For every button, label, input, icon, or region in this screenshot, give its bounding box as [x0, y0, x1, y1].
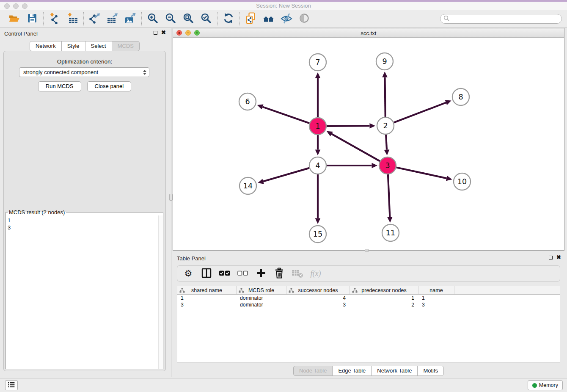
edge-1-4[interactable]: [315, 135, 321, 155]
cell-successor-nodes[interactable]: 4: [286, 295, 350, 301]
clone-network-icon: [245, 12, 257, 25]
tab-style[interactable]: Style: [61, 41, 85, 51]
svg-text:14: 14: [243, 182, 253, 190]
show-graphics-details-button[interactable]: [297, 12, 311, 26]
column-header-MCDS-role[interactable]: MCDS role: [237, 286, 286, 294]
delete-columns-button[interactable]: [273, 268, 285, 279]
column-header-successor-nodes[interactable]: successor nodes: [286, 286, 350, 294]
export-table-button[interactable]: [105, 12, 120, 26]
edge-4-15[interactable]: [315, 174, 321, 224]
open-file-button[interactable]: [7, 12, 22, 26]
graph-node-11[interactable]: 11: [382, 224, 399, 241]
import-table-button[interactable]: [65, 12, 80, 26]
table-settings-button[interactable]: ⚙: [182, 268, 194, 279]
column-header-filler: [454, 286, 560, 294]
graph-node-7[interactable]: 7: [309, 54, 326, 71]
hide-graphics-details-button[interactable]: [279, 12, 294, 26]
vertical-splitter[interactable]: [169, 28, 173, 377]
zoom-out-button[interactable]: [163, 12, 178, 26]
column-header-predecessor-nodes[interactable]: predecessor nodes: [350, 286, 418, 294]
close-panel-button[interactable]: Close panel: [87, 81, 132, 91]
network-graph[interactable]: 7968124314101511: [173, 38, 564, 250]
zoom-selected-button[interactable]: [199, 12, 213, 26]
edge-3-11[interactable]: [387, 174, 393, 223]
graph-node-2[interactable]: 2: [377, 117, 394, 134]
column-header-shared-name[interactable]: shared name: [177, 286, 237, 294]
search-input[interactable]: [450, 15, 561, 23]
search-box[interactable]: [440, 14, 562, 24]
cell-MCDS-role[interactable]: dominator: [237, 295, 286, 301]
float-table-panel-icon[interactable]: [549, 256, 553, 259]
graph-node-14[interactable]: 14: [239, 177, 256, 194]
result-scrollbar[interactable]: [158, 215, 163, 369]
splitter-grip[interactable]: [169, 194, 173, 201]
edge-1-6[interactable]: [257, 104, 310, 123]
run-mcds-button[interactable]: Run MCDS: [38, 81, 81, 91]
export-image-button[interactable]: [123, 12, 138, 26]
horizontal-splitter-grip[interactable]: [365, 249, 369, 252]
export-network-button[interactable]: [88, 12, 102, 26]
cell-predecessor-nodes[interactable]: 2: [350, 301, 418, 308]
graph-node-9[interactable]: 9: [376, 53, 393, 70]
tab-network[interactable]: Network: [30, 41, 62, 51]
graph-node-3[interactable]: 3: [379, 157, 396, 174]
add-column-button[interactable]: [255, 268, 267, 279]
tab-select[interactable]: Select: [85, 41, 112, 51]
close-table-panel-icon[interactable]: ✖: [556, 255, 561, 259]
table-row[interactable]: 1dominator411: [177, 295, 560, 301]
zoom-in-button[interactable]: [146, 12, 160, 26]
home-pair-button[interactable]: [261, 12, 276, 26]
edge-1-7[interactable]: [315, 72, 321, 117]
edge-2-8[interactable]: [394, 100, 451, 123]
edge-3-10[interactable]: [396, 167, 452, 181]
graph-node-15[interactable]: 15: [309, 226, 326, 243]
memory-button[interactable]: Memory: [528, 380, 563, 390]
cell-shared-name[interactable]: 3: [177, 301, 237, 308]
close-panel-icon[interactable]: ✖: [161, 30, 166, 35]
save-session-button[interactable]: [25, 12, 39, 26]
memory-label: Memory: [539, 382, 558, 388]
tab-motifs[interactable]: Motifs: [417, 366, 444, 376]
cell-name[interactable]: 1: [418, 295, 454, 301]
criterion-dropdown[interactable]: strongly connected component: [19, 67, 149, 77]
tab-edge-table[interactable]: Edge Table: [332, 366, 372, 376]
svg-text:2: 2: [383, 121, 388, 130]
cell-name[interactable]: 3: [418, 301, 454, 308]
table-header-row: shared nameMCDS rolesuccessor nodesprede…: [177, 286, 560, 295]
graph-node-10[interactable]: 10: [454, 173, 471, 190]
deselect-all-rows-button[interactable]: [237, 268, 249, 279]
cell-MCDS-role[interactable]: dominator: [237, 301, 286, 308]
graph-node-6[interactable]: 6: [239, 93, 256, 110]
toggle-columns-button[interactable]: [201, 268, 212, 279]
hide-graphics-details-icon: [281, 12, 292, 25]
cell-predecessor-nodes[interactable]: 1: [350, 295, 418, 301]
import-network-button[interactable]: [47, 12, 62, 26]
float-panel-icon[interactable]: [154, 31, 157, 35]
select-all-rows-button[interactable]: [219, 268, 231, 279]
edge-2-3[interactable]: [384, 135, 390, 155]
zoom-fit-button[interactable]: [181, 12, 195, 26]
edge-2-9[interactable]: [382, 72, 388, 117]
task-history-button[interactable]: [5, 380, 18, 390]
cell-successor-nodes[interactable]: 3: [286, 301, 350, 308]
refresh-view-button[interactable]: [221, 12, 236, 26]
tab-node-table[interactable]: Node Table: [293, 366, 333, 376]
network-window-titlebar[interactable]: x – + scc.txt: [173, 28, 564, 38]
tab-mcds[interactable]: MCDS: [112, 41, 140, 51]
column-header-name[interactable]: name: [418, 286, 454, 294]
table-row[interactable]: 3dominator323: [177, 301, 560, 308]
edge-3-1[interactable]: [327, 131, 380, 161]
svg-text:6: 6: [245, 97, 250, 106]
graph-node-1[interactable]: 1: [309, 118, 326, 135]
edge-4-3[interactable]: [327, 163, 377, 168]
graph-node-8[interactable]: 8: [452, 88, 469, 105]
tab-network-table[interactable]: Network Table: [371, 366, 418, 376]
svg-text:11: 11: [386, 229, 395, 237]
network-canvas[interactable]: 7968124314101511: [173, 38, 564, 250]
mcds-result-list[interactable]: 13: [6, 216, 158, 369]
edge-4-14[interactable]: [258, 168, 309, 184]
edge-1-2[interactable]: [327, 123, 375, 129]
clone-network-button[interactable]: [244, 12, 258, 26]
graph-node-4[interactable]: 4: [309, 157, 326, 174]
cell-shared-name[interactable]: 1: [177, 295, 237, 301]
